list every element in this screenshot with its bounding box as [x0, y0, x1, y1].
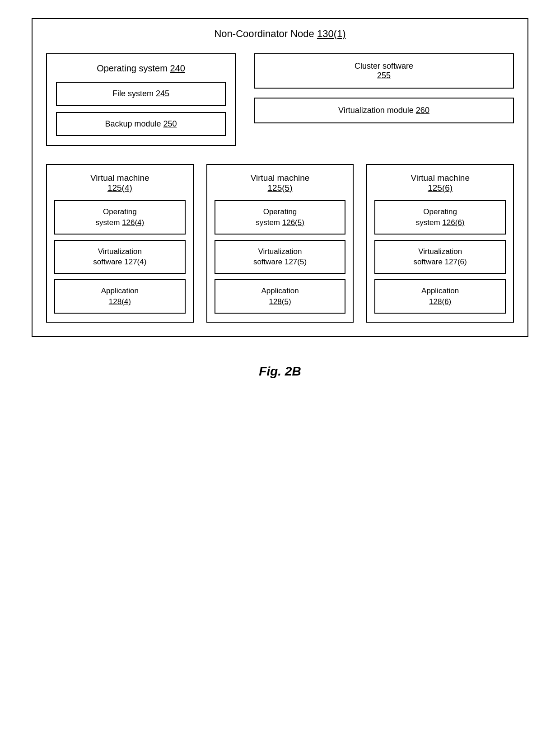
os-title: Operating system 240	[56, 63, 226, 74]
virt-127-5: Virtualizationsoftware 127(5)	[215, 240, 346, 274]
os-126-5: Operatingsystem 126(5)	[215, 200, 346, 235]
outer-box: Non-Coordinator Node 130(1) Operating sy…	[32, 18, 528, 337]
app-128-4: Application128(4)	[54, 279, 186, 314]
file-system-ref: 245	[156, 89, 169, 98]
backup-module-label: Backup module	[105, 119, 163, 128]
vm-section: Virtual machine125(4) Operatingsystem 12…	[46, 164, 514, 323]
os-ref-4: 126(4)	[122, 218, 144, 227]
virt-ref-4: 127(4)	[124, 258, 146, 266]
backup-module-ref: 250	[163, 119, 177, 128]
virt-ref-5: 127(5)	[285, 258, 307, 266]
vm-title-6: Virtual machine125(6)	[374, 173, 506, 193]
vm-ref-4: 125(4)	[107, 183, 132, 192]
cluster-software-label: Cluster software	[355, 61, 413, 70]
outer-title-ref: 130(1)	[317, 28, 346, 39]
app-ref-4: 128(4)	[109, 297, 131, 306]
vm-title-4: Virtual machine125(4)	[54, 173, 186, 193]
app-128-6: Application128(6)	[374, 279, 506, 314]
virtualization-module-ref: 260	[416, 106, 429, 115]
file-system-box: File system 245	[56, 82, 226, 106]
vm-title-5: Virtual machine125(5)	[215, 173, 346, 193]
outer-title-text: Non-Coordinator Node	[214, 28, 317, 39]
os-ref-5: 126(5)	[282, 218, 304, 227]
right-section: Cluster software 255 Virtualization modu…	[254, 53, 514, 123]
os-title-ref: 240	[170, 63, 185, 73]
backup-module-box: Backup module 250	[56, 112, 226, 136]
os-ref-6: 126(6)	[442, 218, 464, 227]
vm-ref-6: 125(6)	[428, 183, 453, 192]
app-ref-5: 128(5)	[269, 297, 291, 306]
file-system-label: File system	[112, 89, 156, 98]
virt-ref-6: 127(6)	[445, 258, 467, 266]
virtualization-module-box: Virtualization module 260	[254, 98, 514, 123]
outer-title: Non-Coordinator Node 130(1)	[46, 28, 514, 40]
virt-127-4: Virtualizationsoftware 127(4)	[54, 240, 186, 274]
virt-127-6: Virtualizationsoftware 127(6)	[374, 240, 506, 274]
vm-box-6: Virtual machine125(6) Operatingsystem 12…	[366, 164, 514, 323]
os-126-6: Operatingsystem 126(6)	[374, 200, 506, 235]
cluster-software-box: Cluster software 255	[254, 53, 514, 89]
vm-ref-5: 125(5)	[268, 183, 293, 192]
os-126-4: Operatingsystem 126(4)	[54, 200, 186, 235]
vm-box-4: Virtual machine125(4) Operatingsystem 12…	[46, 164, 194, 323]
os-box: Operating system 240 File system 245 Bac…	[46, 53, 236, 146]
diagram-container: Non-Coordinator Node 130(1) Operating sy…	[32, 18, 528, 379]
vm-box-5: Virtual machine125(5) Operatingsystem 12…	[206, 164, 354, 323]
virtualization-module-label: Virtualization module	[338, 106, 416, 115]
cluster-software-ref: 255	[377, 71, 391, 80]
top-section: Operating system 240 File system 245 Bac…	[46, 53, 514, 146]
app-ref-6: 128(6)	[429, 297, 451, 306]
fig-caption: Fig. 2B	[259, 364, 301, 379]
os-title-text: Operating system	[97, 63, 170, 73]
app-128-5: Application128(5)	[215, 279, 346, 314]
